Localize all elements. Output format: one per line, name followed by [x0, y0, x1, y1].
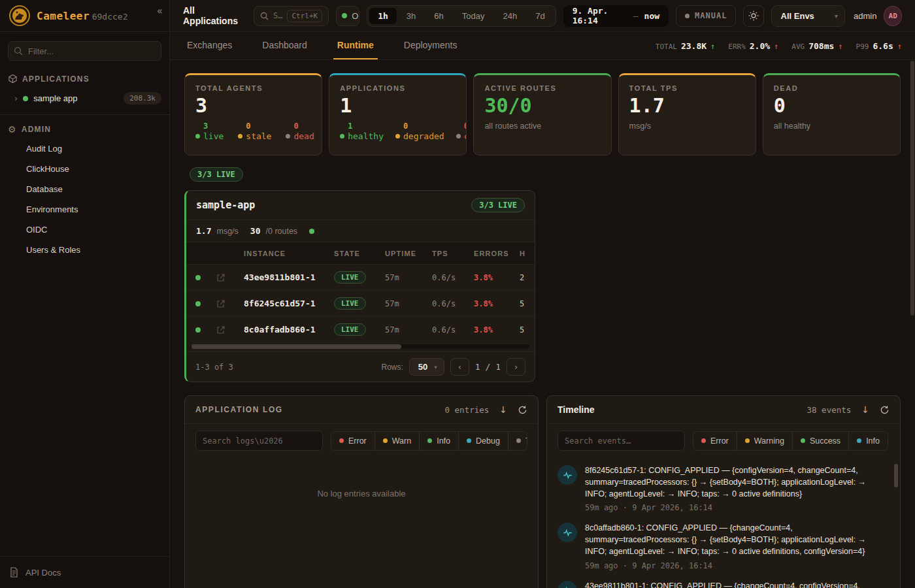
tab-exchanges[interactable]: Exchanges	[183, 32, 236, 59]
tps-value: 0.6/s	[432, 273, 474, 282]
status-dot	[195, 301, 201, 306]
stat-value: 708ms	[808, 41, 834, 51]
success-dot	[801, 438, 805, 443]
timeline-event[interactable]: 8f6245c61d57-1: CONFIG_APPLIED — {config…	[557, 465, 888, 512]
external-link-icon[interactable]	[216, 299, 244, 308]
status-dot	[309, 229, 314, 234]
datetime-separator: —	[633, 11, 639, 21]
datetime-to: now	[644, 11, 659, 21]
log-search-input[interactable]	[195, 431, 323, 451]
manual-refresh-button[interactable]: MANUAL	[676, 5, 736, 27]
stat-label: AVG	[791, 42, 805, 51]
breakdown-healthy: 1healthy	[340, 122, 384, 142]
sidebar-item-database[interactable]: Database	[0, 179, 169, 199]
filter-success[interactable]: Success	[792, 432, 848, 450]
external-link-icon[interactable]	[216, 273, 244, 282]
timeline-filters: Error Warning Success Info	[547, 423, 900, 459]
filter-error[interactable]: Error	[693, 432, 737, 450]
page-indicator: 1 / 1	[475, 362, 501, 372]
log-level-filter-group: Error Warn Info Debug Trace	[331, 431, 527, 451]
horizontal-scrollbar[interactable]	[191, 344, 529, 349]
filter-error[interactable]: Error	[331, 432, 374, 450]
global-search-button[interactable]: S… Ctrl+K	[254, 6, 329, 26]
status-dot	[195, 134, 200, 139]
sidebar-item-environments[interactable]: Environments	[0, 199, 169, 220]
tab-dashboard[interactable]: Dashboard	[258, 32, 311, 59]
download-icon[interactable]: ↓	[499, 404, 507, 415]
filter-trace[interactable]: Trace	[508, 432, 527, 450]
card-total-agents: TOTAL AGENTS 3 3live 0stale 0dead	[184, 73, 322, 155]
table-row[interactable]: 43ee9811b801-1 LIVE 57m 0.6/s 3.8% 2	[186, 264, 535, 290]
username: admin	[854, 11, 876, 21]
breakdown-value: 0	[403, 122, 444, 131]
range-7d[interactable]: 7d	[527, 8, 553, 24]
avatar[interactable]: AD	[884, 6, 902, 26]
card-value: 1	[340, 95, 456, 116]
uptime-value: 57m	[385, 273, 432, 282]
range-today[interactable]: Today	[454, 8, 493, 24]
sidebar-filter-input[interactable]	[8, 41, 161, 61]
chevron-right-icon[interactable]: ›	[14, 93, 18, 103]
divider	[0, 114, 169, 115]
range-6h[interactable]: 6h	[425, 8, 452, 24]
prev-page-button[interactable]: ‹	[450, 358, 469, 376]
table-row[interactable]: 8f6245c61d57-1 LIVE 57m 0.6/s 3.8% 5	[186, 290, 535, 316]
timeline-event-list[interactable]: 8f6245c61d57-1: CONFIG_APPLIED — {config…	[547, 459, 900, 588]
uptime-value: 57m	[385, 299, 432, 308]
sidebar-item-audit-log[interactable]: Audit Log	[0, 139, 169, 159]
api-docs-link[interactable]: API Docs	[0, 556, 169, 588]
sample-app-panel: sample-app 3/3 LIVE 1.7 msg/s 30 /0 rout…	[184, 190, 535, 382]
env-select[interactable]: All Envs ▾	[771, 5, 845, 27]
range-24h[interactable]: 24h	[494, 8, 525, 24]
card-active-routes: ACTIVE ROUTES 30/0 all routes active	[473, 73, 611, 155]
filter-info[interactable]: Info	[419, 432, 458, 450]
timeline-search-input[interactable]	[557, 431, 685, 451]
download-icon[interactable]: ↓	[861, 404, 869, 415]
instance-id: 43ee9811b801-1	[244, 272, 334, 282]
scrollbar-thumb[interactable]	[910, 61, 914, 316]
sidebar-item-users-roles[interactable]: Users & Roles	[0, 240, 169, 260]
trend-up-icon: ↑	[710, 42, 715, 51]
sidebar-item-clickhouse[interactable]: ClickHouse	[0, 159, 169, 179]
instance-id: 8c0affadb860-1	[244, 325, 334, 335]
sidebar-collapse-icon[interactable]: «	[157, 5, 163, 17]
window-scrollbar[interactable]	[910, 61, 915, 588]
range-1h[interactable]: 1h	[369, 8, 397, 24]
scrollbar-thumb[interactable]	[191, 344, 401, 349]
filter-label: Trace	[525, 436, 527, 446]
errors-value: 3.8%	[474, 325, 520, 335]
rows-per-page-select[interactable]: 50 ▾	[409, 358, 444, 376]
document-icon	[9, 567, 19, 578]
tab-runtime[interactable]: Runtime	[333, 32, 378, 59]
filter-label: Info	[437, 436, 450, 446]
timeline-event[interactable]: 8c0affadb860-1: CONFIG_APPLIED — {change…	[557, 523, 888, 570]
bottom-panels: APPLICATION LOG 0 entries ↓ Error Warn	[184, 395, 901, 588]
tab-deployments[interactable]: Deployments	[400, 32, 461, 59]
external-link-icon[interactable]	[216, 325, 244, 335]
filter-debug[interactable]: Debug	[458, 432, 508, 450]
event-text: 8f6245c61d57-1: CONFIG_APPLIED — {config…	[585, 465, 888, 500]
sidebar-item-sample-app[interactable]: › sample app 208.3k	[0, 88, 169, 109]
card-label: TOTAL AGENTS	[195, 84, 311, 92]
online-status-button[interactable]: O	[336, 6, 359, 26]
filter-warning[interactable]: Warning	[737, 432, 792, 450]
stat-p99: P99 6.6s ↑	[856, 41, 902, 51]
next-page-button[interactable]: ›	[507, 358, 525, 376]
theme-toggle-button[interactable]	[743, 5, 763, 27]
datetime-range[interactable]: 9. Apr. 16:14 — now	[563, 5, 669, 27]
trend-up-icon: ↑	[897, 42, 902, 51]
range-3h[interactable]: 3h	[398, 8, 424, 24]
refresh-icon[interactable]	[518, 405, 527, 415]
refresh-icon[interactable]	[880, 405, 890, 415]
search-shortcut: Ctrl+K	[287, 10, 322, 22]
table-row[interactable]: 8c0affadb860-1 LIVE 57m 0.6/s 3.8% 5	[186, 316, 535, 342]
filter-warn[interactable]: Warn	[374, 432, 419, 450]
filter-info[interactable]: Info	[848, 432, 888, 450]
state-badge: LIVE	[334, 271, 366, 284]
timeline-filter-group: Error Warning Success Info	[693, 431, 888, 451]
timeline-scrollbar-thumb[interactable]	[894, 464, 898, 487]
card-label: APPLICATIONS	[340, 84, 456, 92]
timeline-event[interactable]: 43ee9811b801-1: CONFIG_APPLIED — {change…	[557, 581, 888, 588]
instances-table-header: INSTANCE STATE UPTIME TPS ERRORS H	[186, 242, 535, 264]
sidebar-item-oidc[interactable]: OIDC	[0, 220, 169, 240]
